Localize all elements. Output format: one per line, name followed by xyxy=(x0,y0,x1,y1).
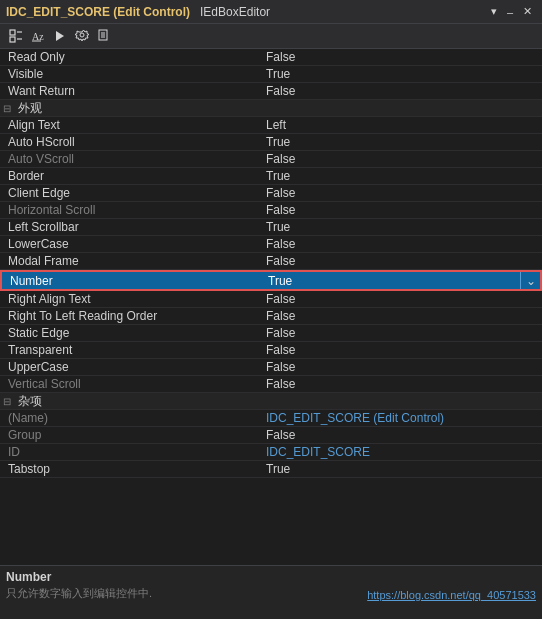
prop-value-clientedge: False xyxy=(260,186,542,200)
expand-misc-icon: ⊟ xyxy=(0,396,14,407)
settings-button[interactable] xyxy=(72,27,92,45)
prop-value-rightaligntext: False xyxy=(260,292,542,306)
prop-name-autohscroll: Auto HScroll xyxy=(0,135,260,149)
prop-name-leftscrollbar: Left Scrollbar xyxy=(0,220,260,234)
prop-name-name: (Name) xyxy=(0,411,260,425)
prop-value-autovscroll: False xyxy=(260,152,542,166)
svg-point-7 xyxy=(80,33,84,37)
prop-name-aligntext: Align Text xyxy=(0,118,260,132)
prop-row-hscroll[interactable]: Horizontal Scroll False xyxy=(0,202,542,219)
prop-row-wantreturn[interactable]: Want Return False xyxy=(0,83,542,100)
prop-row-readonly[interactable]: Read Only False xyxy=(0,49,542,66)
expand-appearance-icon: ⊟ xyxy=(0,103,14,114)
prop-value-number: True xyxy=(262,274,520,288)
prop-name-tabstop: Tabstop xyxy=(0,462,260,476)
prop-row-rightaligntext[interactable]: Right Align Text False xyxy=(0,291,542,308)
toolbar: Az xyxy=(0,24,542,49)
prop-name-vscroll: Vertical Scroll xyxy=(0,377,260,391)
prop-row-rtl[interactable]: Right To Left Reading Order False xyxy=(0,308,542,325)
pin-button[interactable]: ▾ xyxy=(487,4,501,19)
number-dropdown-arrow[interactable]: ⌄ xyxy=(520,272,540,289)
prop-value-rtl: False xyxy=(260,309,542,323)
title-controls: ▾ – ✕ xyxy=(487,4,536,19)
categorized-view-button[interactable] xyxy=(6,27,26,45)
prop-value-readonly: False xyxy=(260,50,542,64)
section-misc-label: 杂项 xyxy=(14,393,274,410)
bottom-panel-description: 只允许数字输入到编辑控件中. xyxy=(6,586,152,601)
prop-row-aligntext[interactable]: Align Text Left xyxy=(0,117,542,134)
property-pages-button[interactable] xyxy=(94,27,114,45)
prop-name-number: Number xyxy=(2,274,262,288)
prop-row-name[interactable]: (Name) IDC_EDIT_SCORE (Edit Control) xyxy=(0,410,542,427)
bottom-panel-link[interactable]: https://blog.csdn.net/qq_40571533 xyxy=(367,589,536,601)
prop-row-id[interactable]: ID IDC_EDIT_SCORE xyxy=(0,444,542,461)
prop-row-modalframe[interactable]: Modal Frame False xyxy=(0,253,542,270)
prop-value-id: IDC_EDIT_SCORE xyxy=(260,445,542,459)
properties-window: IDC_EDIT_SCORE (Edit Control) IEdBoxEdit… xyxy=(0,0,542,619)
prop-value-lowercase: False xyxy=(260,237,542,251)
prop-row-transparent[interactable]: Transparent False xyxy=(0,342,542,359)
prop-row-number[interactable]: Number True ⌄ xyxy=(0,270,542,291)
prop-name-visible: Visible xyxy=(0,67,260,81)
prop-row-lowercase[interactable]: LowerCase False xyxy=(0,236,542,253)
prop-name-rightaligntext: Right Align Text xyxy=(0,292,260,306)
prop-value-aligntext: Left xyxy=(260,118,542,132)
prop-name-lowercase: LowerCase xyxy=(0,237,260,251)
prop-value-tabstop: True xyxy=(260,462,542,476)
prop-value-transparent: False xyxy=(260,343,542,357)
prop-value-group: False xyxy=(260,428,542,442)
prop-name-readonly: Read Only xyxy=(0,50,260,64)
prop-row-autohscroll[interactable]: Auto HScroll True xyxy=(0,134,542,151)
title-bar-left: IDC_EDIT_SCORE (Edit Control) IEdBoxEdit… xyxy=(6,5,270,19)
prop-row-tabstop[interactable]: Tabstop True xyxy=(0,461,542,478)
prop-row-visible[interactable]: Visible True xyxy=(0,66,542,83)
prop-name-hscroll: Horizontal Scroll xyxy=(0,203,260,217)
prop-value-hscroll: False xyxy=(260,203,542,217)
prop-name-uppercase: UpperCase xyxy=(0,360,260,374)
prop-value-autohscroll: True xyxy=(260,135,542,149)
prop-name-transparent: Transparent xyxy=(0,343,260,357)
svg-text:Az: Az xyxy=(32,31,44,42)
prop-name-autovscroll: Auto VScroll xyxy=(0,152,260,166)
section-appearance-label: 外观 xyxy=(14,100,274,117)
prop-name-modalframe: Modal Frame xyxy=(0,254,260,268)
alphabetical-view-button[interactable]: Az xyxy=(28,27,48,45)
prop-name-clientedge: Client Edge xyxy=(0,186,260,200)
title-bar: IDC_EDIT_SCORE (Edit Control) IEdBoxEdit… xyxy=(0,0,542,24)
window-title: IDC_EDIT_SCORE (Edit Control) xyxy=(6,5,190,19)
prop-name-staticedge: Static Edge xyxy=(0,326,260,340)
prop-name-group: Group xyxy=(0,428,260,442)
prop-value-vscroll: False xyxy=(260,377,542,391)
prop-row-leftscrollbar[interactable]: Left Scrollbar True xyxy=(0,219,542,236)
window-subtitle: IEdBoxEditor xyxy=(200,5,270,19)
prop-name-id: ID xyxy=(0,445,260,459)
prop-value-leftscrollbar: True xyxy=(260,220,542,234)
prop-name-border: Border xyxy=(0,169,260,183)
prop-row-staticedge[interactable]: Static Edge False xyxy=(0,325,542,342)
bottom-panel: Number 只允许数字输入到编辑控件中. https://blog.csdn.… xyxy=(0,565,542,619)
svg-rect-0 xyxy=(10,30,15,35)
prop-value-modalframe: False xyxy=(260,254,542,268)
prop-row-autovscroll[interactable]: Auto VScroll False xyxy=(0,151,542,168)
properties-grid: Read Only False Visible True Want Return… xyxy=(0,49,542,565)
events-button[interactable] xyxy=(50,27,70,45)
prop-value-uppercase: False xyxy=(260,360,542,374)
prop-row-clientedge[interactable]: Client Edge False xyxy=(0,185,542,202)
prop-name-wantreturn: Want Return xyxy=(0,84,260,98)
section-misc[interactable]: ⊟ 杂项 xyxy=(0,393,542,410)
prop-row-group[interactable]: Group False xyxy=(0,427,542,444)
bottom-footer: 只允许数字输入到编辑控件中. https://blog.csdn.net/qq_… xyxy=(6,586,536,601)
svg-marker-6 xyxy=(56,31,64,41)
prop-value-visible: True xyxy=(260,67,542,81)
prop-row-uppercase[interactable]: UpperCase False xyxy=(0,359,542,376)
prop-value-border: True xyxy=(260,169,542,183)
close-button[interactable]: ✕ xyxy=(519,4,536,19)
prop-row-vscroll[interactable]: Vertical Scroll False xyxy=(0,376,542,393)
bottom-panel-title: Number xyxy=(6,570,536,584)
svg-rect-1 xyxy=(10,37,15,42)
minimize-button[interactable]: – xyxy=(503,5,517,19)
prop-value-name: IDC_EDIT_SCORE (Edit Control) xyxy=(260,411,542,425)
prop-value-staticedge: False xyxy=(260,326,542,340)
section-appearance[interactable]: ⊟ 外观 xyxy=(0,100,542,117)
prop-row-border[interactable]: Border True xyxy=(0,168,542,185)
